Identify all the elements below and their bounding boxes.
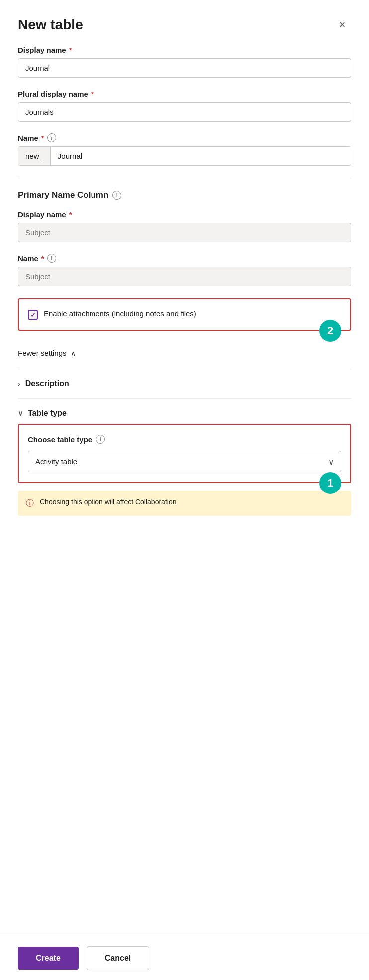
- notice-icon: ⓘ: [26, 498, 35, 509]
- new-table-dialog: New table × Display name * Plural displa…: [0, 0, 369, 980]
- attachments-label[interactable]: Enable attachments (including notes and …: [28, 309, 341, 320]
- display-name-label: Display name *: [18, 46, 351, 54]
- dialog-footer: Create Cancel: [0, 936, 369, 980]
- name-required: *: [41, 134, 44, 142]
- choose-table-type-box: Choose table type i Standard Activity ta…: [18, 424, 351, 483]
- attachments-section: Enable attachments (including notes and …: [18, 298, 351, 331]
- close-button[interactable]: ×: [333, 16, 351, 34]
- create-button[interactable]: Create: [18, 947, 79, 970]
- plural-display-name-label: Plural display name *: [18, 90, 351, 98]
- name-suffix-input[interactable]: [51, 147, 351, 165]
- plural-display-name-group: Plural display name *: [18, 90, 351, 122]
- name-label: Name * i: [18, 133, 351, 142]
- pnc-name-group: Name * i: [18, 254, 351, 286]
- cancel-button[interactable]: Cancel: [87, 946, 149, 970]
- badge-1: 1: [319, 472, 341, 494]
- fewer-settings-chevron: ∧: [71, 349, 76, 357]
- display-name-group: Display name *: [18, 46, 351, 78]
- name-info-icon[interactable]: i: [47, 133, 56, 142]
- description-section: › Description: [18, 369, 351, 398]
- section-divider: [18, 178, 351, 178]
- attachments-section-wrapper: Enable attachments (including notes and …: [18, 298, 351, 331]
- table-type-select-wrapper: Standard Activity table Virtual Elastic …: [28, 451, 341, 472]
- pnc-name-info-icon[interactable]: i: [47, 254, 56, 263]
- dialog-title: New table: [18, 17, 83, 33]
- name-group: Name * i new_: [18, 133, 351, 166]
- table-type-select[interactable]: Standard Activity table Virtual Elastic: [28, 451, 341, 472]
- dialog-body: Display name * Plural display name * Nam…: [0, 46, 369, 936]
- pnc-display-name-required: *: [69, 210, 72, 219]
- pnc-name-required: *: [41, 254, 44, 263]
- choose-table-type-info-icon[interactable]: i: [96, 435, 105, 444]
- plural-display-name-input[interactable]: [18, 102, 351, 122]
- primary-name-info-icon[interactable]: i: [112, 191, 121, 200]
- plural-display-name-required: *: [91, 90, 94, 98]
- description-header[interactable]: › Description: [18, 379, 351, 388]
- primary-name-column-header: Primary Name Column i: [18, 190, 351, 200]
- table-type-chevron: ∨: [18, 409, 23, 417]
- table-type-header[interactable]: ∨ Table type: [18, 409, 351, 418]
- pnc-display-name-input[interactable]: [18, 223, 351, 242]
- choose-table-type-wrapper: Choose table type i Standard Activity ta…: [18, 424, 351, 483]
- pnc-display-name-group: Display name *: [18, 210, 351, 242]
- table-type-section: ∨ Table type Choose table type i Standar…: [18, 398, 351, 521]
- badge-2: 2: [319, 320, 341, 342]
- choose-table-type-label: Choose table type i: [28, 435, 341, 444]
- description-chevron: ›: [18, 380, 20, 388]
- activity-table-notice: ⓘ Choosing this option will affect Colla…: [18, 491, 351, 516]
- pnc-name-input[interactable]: [18, 267, 351, 286]
- fewer-settings-toggle[interactable]: Fewer settings ∧: [18, 349, 351, 357]
- attachments-checkbox[interactable]: [28, 310, 38, 320]
- primary-name-column-section: Primary Name Column i Display name * Nam…: [18, 190, 351, 286]
- display-name-required: *: [69, 46, 72, 54]
- name-prefix: new_: [18, 147, 51, 165]
- pnc-name-label: Name * i: [18, 254, 351, 263]
- pnc-display-name-label: Display name *: [18, 210, 351, 219]
- name-field-wrapper: new_: [18, 146, 351, 166]
- dialog-header: New table ×: [0, 0, 369, 46]
- display-name-input[interactable]: [18, 58, 351, 78]
